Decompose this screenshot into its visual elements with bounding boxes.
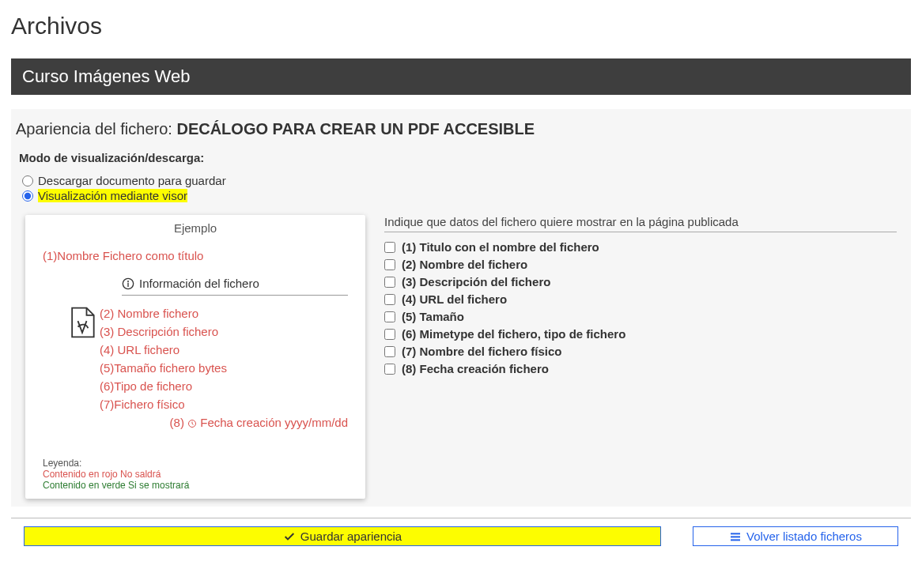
page-title: Archivos	[11, 13, 911, 40]
example-row-5: (5)Tamaño fichero bytes	[100, 361, 348, 375]
check-label-2: (2) Nombre del fichero	[402, 258, 527, 271]
check-item-6[interactable]: (6) Mimetype del fichero, tipo de ficher…	[384, 327, 897, 341]
check-item-8[interactable]: (8) Fecha creación fichero	[384, 362, 897, 375]
mode-label: Modo de visualización/descarga:	[11, 151, 911, 172]
check-item-2[interactable]: (2) Nombre del fichero	[384, 258, 897, 271]
check-input-5[interactable]	[384, 311, 395, 322]
check-label-8: (8) Fecha creación fichero	[402, 362, 549, 375]
example-row-4: (4) URL fichero	[100, 343, 348, 356]
check-input-8[interactable]	[384, 364, 395, 375]
check-input-7[interactable]	[384, 346, 395, 357]
check-icon	[283, 530, 296, 543]
list-icon	[729, 530, 742, 543]
check-label-1: (1) Titulo con el nombre del fichero	[402, 240, 599, 254]
svg-rect-4	[731, 533, 740, 534]
svg-rect-5	[731, 536, 740, 537]
svg-rect-2	[127, 282, 128, 286]
check-input-2[interactable]	[384, 259, 395, 270]
radio-download-label: Descargar documento para guardar	[38, 174, 226, 187]
check-input-6[interactable]	[384, 329, 395, 340]
save-button-label: Guardar apariencia	[300, 530, 402, 543]
check-item-4[interactable]: (4) URL del fichero	[384, 292, 897, 306]
check-label-5: (5) Tamaño	[402, 310, 464, 323]
save-button[interactable]: Guardar apariencia	[24, 526, 661, 546]
check-label-3: (3) Descripción del fichero	[402, 275, 550, 288]
legend-red: Contenido en rojo No saldrá	[43, 469, 348, 480]
example-info-head-text: Información del fichero	[139, 277, 259, 290]
radio-download-input[interactable]	[22, 175, 33, 187]
check-item-5[interactable]: (5) Tamaño	[384, 310, 897, 323]
check-item-1[interactable]: (1) Titulo con el nombre del fichero	[384, 240, 897, 254]
svg-rect-6	[731, 539, 740, 541]
radio-viewer-input[interactable]	[22, 190, 33, 202]
radio-viewer-label: Visualización mediante visor	[38, 189, 187, 202]
back-button-label: Volver listado ficheros	[746, 530, 862, 543]
check-input-1[interactable]	[384, 242, 395, 253]
example-card: Ejemplo (1)Nombre Fichero como título In…	[25, 215, 365, 499]
right-head: Indique que datos del fichero quiere mos…	[384, 215, 897, 232]
clock-icon	[187, 419, 197, 428]
legend-green: Contenido en verde Si se mostrará	[43, 480, 348, 491]
check-item-3[interactable]: (3) Descripción del fichero	[384, 275, 897, 288]
check-item-7[interactable]: (7) Nombre del fichero físico	[384, 345, 897, 358]
check-input-3[interactable]	[384, 277, 395, 288]
example-row-6: (6)Tipo de fichero	[100, 379, 348, 393]
check-label-7: (7) Nombre del fichero físico	[402, 345, 562, 358]
svg-point-1	[127, 281, 129, 282]
section-prefix: Apariencia del fichero:	[16, 120, 176, 138]
check-label-6: (6) Mimetype del fichero, tipo de ficher…	[402, 327, 625, 341]
check-label-4: (4) URL del fichero	[402, 292, 507, 306]
pdf-icon	[65, 305, 100, 340]
legend: Leyenda: Contenido en rojo No saldrá Con…	[25, 454, 365, 491]
example-info-head: Información del fichero	[122, 273, 348, 296]
check-input-4[interactable]	[384, 294, 395, 305]
example-row-3: (3) Descripción fichero	[100, 325, 348, 338]
example-row-8-text: Fecha creación yyyy/mm/dd	[197, 416, 348, 429]
example-row-8-prefix: (8)	[170, 416, 188, 429]
example-row-7: (7)Fichero físico	[100, 398, 348, 411]
example-row-8: (8) Fecha creación yyyy/mm/dd	[100, 416, 348, 429]
radio-viewer[interactable]: Visualización mediante visor	[22, 189, 900, 202]
example-row-1: (1)Nombre Fichero como título	[43, 249, 348, 262]
radio-group: Descargar documento para guardar Visuali…	[11, 174, 911, 215]
course-bar: Curso Imágenes Web	[11, 58, 911, 95]
section-file-name: DECÁLOGO PARA CREAR UN PDF ACCESIBLE	[176, 120, 535, 138]
example-title: Ejemplo	[25, 221, 365, 235]
radio-download[interactable]: Descargar documento para guardar	[22, 174, 900, 187]
section-title: Apariencia del fichero: DECÁLOGO PARA CR…	[11, 114, 911, 151]
legend-label: Leyenda:	[43, 458, 348, 469]
check-list: (1) Titulo con el nombre del fichero (2)…	[384, 240, 897, 375]
back-button[interactable]: Volver listado ficheros	[693, 526, 898, 546]
example-row-2: (2) Nombre fichero	[100, 307, 348, 320]
info-icon	[122, 277, 134, 290]
divider	[11, 518, 911, 518]
